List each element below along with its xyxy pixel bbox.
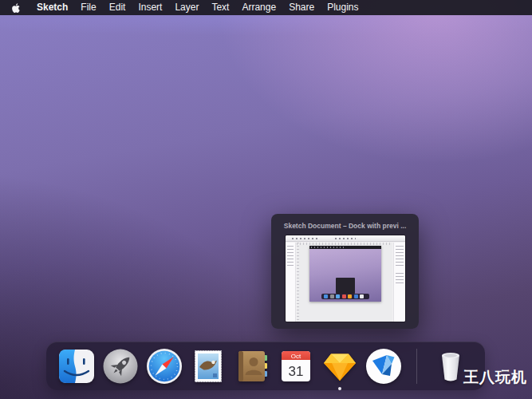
apple-icon[interactable]	[11, 2, 22, 14]
running-indicator-dot	[338, 387, 341, 390]
thumb-layer-list	[287, 246, 294, 267]
calendar-month-label: Oct	[290, 352, 301, 359]
menu-item-share[interactable]: Share	[289, 0, 314, 15]
thumb-toolbar	[286, 235, 405, 242]
menu-bar: Sketch File Edit Insert Layer Text Arran…	[0, 0, 532, 15]
thumb-canvas	[297, 243, 392, 322]
menu-item-text[interactable]: Text	[211, 0, 229, 15]
thumb-layers-panel	[286, 243, 296, 322]
menu-item-layer[interactable]: Layer	[175, 0, 199, 15]
safari-icon[interactable]	[146, 348, 183, 385]
dock-divider	[416, 349, 417, 384]
watermark-text: 王八玩机	[463, 367, 527, 388]
thumb-artboard	[309, 246, 381, 302]
thumb-inspector-panel	[393, 243, 405, 322]
thumb-artboard-menubar-items	[311, 247, 344, 248]
thumb-mini-app-icon	[336, 294, 340, 298]
thumb-mini-app-icon	[354, 294, 358, 298]
menu-item-insert[interactable]: Insert	[138, 0, 162, 15]
thumb-toolbar-icons	[292, 238, 319, 239]
dock-window-preview-popup: Sketch Document – Dock with previ ...	[271, 214, 419, 329]
window-thumbnail[interactable]	[286, 235, 405, 322]
menu-item-file[interactable]: File	[81, 0, 96, 15]
origami-bird-app-icon[interactable]	[365, 348, 402, 385]
thumb-artboard-menubar	[309, 246, 381, 249]
finder-icon[interactable]	[58, 348, 95, 385]
menu-item-plugins[interactable]: Plugins	[327, 0, 358, 15]
thumb-inspector-rows	[396, 246, 404, 267]
thumb-ruler-vertical	[297, 243, 299, 322]
thumb-mini-app-icon	[330, 294, 334, 298]
thumb-mini-app-icon	[342, 294, 346, 298]
thumb-artboard-dock	[321, 294, 369, 299]
thumb-toolbar-icons	[335, 238, 356, 239]
calendar-day-label: 31	[288, 364, 303, 379]
thumb-mini-app-icon	[324, 294, 328, 298]
menu-item-arrange[interactable]: Arrange	[242, 0, 276, 15]
thumb-ruler-horizontal	[297, 243, 392, 245]
mail-icon[interactable]	[190, 348, 227, 385]
menu-item-edit[interactable]: Edit	[109, 0, 126, 15]
launchpad-icon[interactable]	[102, 348, 139, 385]
contacts-icon[interactable]	[234, 348, 270, 385]
thumb-inspector-rows	[396, 273, 404, 286]
thumb-artboard-dark-panel	[336, 278, 355, 294]
dock: Oct 31	[46, 342, 485, 390]
thumb-mini-app-icon	[348, 294, 352, 298]
sketch-icon[interactable]	[321, 348, 358, 385]
menu-item-app[interactable]: Sketch	[37, 0, 68, 15]
desktop: Sketch File Edit Insert Layer Text Arran…	[0, 0, 532, 399]
thumb-mini-app-icon	[360, 294, 364, 298]
calendar-icon[interactable]: Oct 31	[278, 348, 314, 385]
preview-window-title: Sketch Document – Dock with previ ...	[271, 214, 419, 230]
